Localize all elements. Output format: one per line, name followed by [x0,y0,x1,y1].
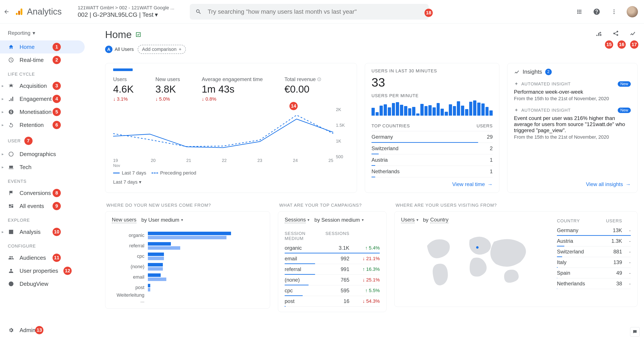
chevron-right-icon: ▸ [2,97,4,101]
engagement-icon [8,96,14,102]
help-button[interactable] [592,7,602,17]
acquisition-icon [8,83,14,89]
chevron-down-icon: ▾ [32,30,35,36]
sidebar-item-analysis[interactable]: ▸Analysis10 [0,225,85,238]
bar-row: referral [112,241,264,251]
feedback-button[interactable] [630,327,640,337]
reporting-selector[interactable]: Reporting ▾ [0,28,85,41]
insights-button[interactable] [628,29,638,38]
sidebar-item-allevents[interactable]: All events9 [0,199,85,213]
annotation-3: 3 [52,82,61,90]
annotation-7: 7 [24,137,32,145]
sidebar-item-audiences[interactable]: Audiences11 [0,251,85,264]
table-row: Germany29 [372,131,493,143]
plus-icon: + [179,47,182,52]
sidebar-item-admin[interactable]: Admin13 [0,324,85,337]
insight-item[interactable]: AUTOMATED INSIGHTNew Event count per use… [514,108,631,140]
view-realtime-link[interactable]: View real time → [452,181,493,187]
sidebar-item-userprops[interactable]: User properties12 [0,264,85,277]
card-header[interactable]: Users ▾ by Country [401,217,550,223]
sidebar-item-acquisition[interactable]: ▸Acquisition3 [0,79,85,92]
back-button[interactable] [0,9,13,15]
sidebar-item-home[interactable]: Home 1 [0,41,85,54]
bar-row: email [112,272,264,282]
sidebar-label: Real-time [20,57,44,64]
annotation-9: 9 [52,202,61,210]
help-icon [593,8,600,16]
annotation-13: 13 [35,326,44,334]
apps-button[interactable] [574,7,584,17]
annotation-8: 8 [52,189,61,197]
card-header[interactable]: New users by User medium ▾ [112,217,264,223]
annotation-16: 16 [618,41,626,49]
avatar[interactable] [627,6,638,17]
annotation-2: 2 [52,56,61,64]
metric-engagement[interactable]: Average engagement time 1m 43s ↓ 0.8% [202,76,263,102]
metric-users[interactable]: Users 4.6K ↓ 3.1% [113,76,134,102]
sidebar-item-tech[interactable]: ▸Tech [0,161,85,174]
view-insights-link[interactable]: View all insights → [586,181,631,187]
more-vert-icon [611,9,617,15]
table-row: Italy139- [557,257,631,268]
metric-newusers[interactable]: New users 3.8K ↓ 5.0% [156,76,180,102]
app-header: Analytics 121WATT GmbH > 002 - 121WATT G… [0,0,644,24]
svg-point-7 [476,246,478,249]
users-line-chart: 2K1.5K1K500 19Nov202122232425 [113,107,349,168]
clock-icon [8,57,14,63]
table-row: referral991↑ 16.3% [285,264,380,275]
sidebar-item-monetisation[interactable]: ▸Monetisation5 [0,105,85,118]
gear-icon [8,327,14,333]
metric-revenue[interactable]: Total revenue €0.00 [284,76,321,102]
search-input[interactable] [208,8,423,15]
annotation-6: 6 [52,121,61,129]
table-row: Netherlands1 [372,166,493,177]
svg-point-4 [614,11,615,12]
userprops-icon [8,267,14,274]
insights-card: Insights2 AUTOMATED INSIGHTNew Performan… [507,63,638,193]
debug-icon [8,280,14,287]
geo-card: Users ▾ by Country [394,211,638,307]
share-icon [612,30,619,37]
customize-button[interactable] [594,29,604,38]
header-actions [574,6,638,17]
chevron-down-icon: ▾ [181,218,183,222]
more-button[interactable] [609,7,619,17]
sidebar-section-user: USER7 [0,132,85,148]
sessions-card: Sessions ▾ by Session medium ▾ SESSION M… [278,211,386,312]
annotation-15: 15 [605,41,613,49]
table-row: Spain49- [557,268,631,278]
sidebar-item-retention[interactable]: ▸Retention6 [0,118,85,132]
sidebar-item-realtime[interactable]: Real-time 2 [0,54,85,67]
sidebar-item-conversions[interactable]: Conversions8 [0,186,85,199]
sidebar-item-demographics[interactable]: ▸Demographics [0,148,85,161]
sidebar-item-debugview[interactable]: DebugView [0,277,85,290]
tech-icon [8,164,14,170]
info-icon [317,77,321,82]
chevron-down-icon: ▾ [416,218,418,222]
all-users-chip[interactable]: AAll Users [105,46,134,53]
events-icon [8,203,14,209]
period-selector[interactable]: Last 7 days ▾ [113,179,349,185]
insight-item[interactable]: AUTOMATED INSIGHTNew Performance week-ov… [514,81,631,102]
report-actions: 15 16 17 [594,29,638,38]
sidebar-label: Home [20,44,34,51]
search-icon [196,9,202,15]
card-header[interactable]: Sessions ▾ by Session medium ▾ [285,217,380,223]
overview-card: Users 4.6K ↓ 3.1% New users 3.8K ↓ 5.0% … [105,63,357,193]
property-selector[interactable]: 121WATT GmbH > 002 - 121WATT Google ... … [75,5,184,18]
table-row: Austria1.3K- [557,236,631,246]
arrow-right-icon: → [488,181,493,187]
medium-card: New users by User medium ▾ organicreferr… [105,211,270,309]
section-title: WHERE DO YOUR NEW USERS COME FROM? [106,203,270,208]
realtime-card: USERS IN LAST 30 MINUTES 33 USERS PER MI… [365,63,500,193]
search-bar[interactable] [190,4,428,20]
table-row: Switzerland2 [372,143,493,154]
sidebar-section-life: LIFE CYCLE [0,67,85,79]
table-row: Netherlands38- [557,278,631,289]
sidebar-item-engagement[interactable]: ▸Engagement4 [0,92,85,105]
bar-row: Weiterleitung ... [112,293,264,303]
svg-point-3 [614,9,615,11]
share-button[interactable] [611,29,620,38]
sidebar: Reporting ▾ Home 1 Real-time 2 LIFE CYCL… [0,24,85,341]
add-comparison-button[interactable]: Add comparison+ [138,45,186,54]
